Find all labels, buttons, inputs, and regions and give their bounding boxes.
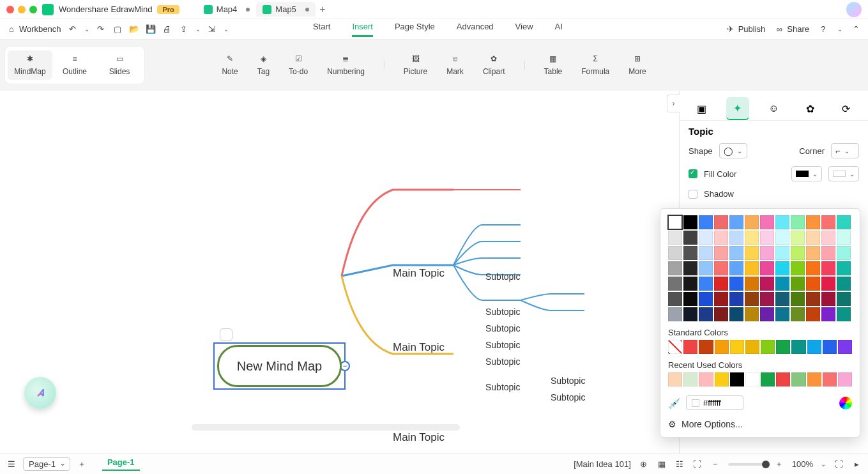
color-swatch[interactable] xyxy=(821,246,835,260)
color-swatch[interactable] xyxy=(699,307,713,321)
color-swatch[interactable] xyxy=(729,292,743,306)
color-swatch[interactable] xyxy=(683,277,697,291)
workbench-button[interactable]: ⌂ Workbench xyxy=(6,24,61,34)
color-swatch[interactable] xyxy=(683,372,697,386)
grid-icon[interactable]: ▦ xyxy=(657,459,667,470)
panel-tab-history[interactable]: ⟳ xyxy=(835,97,858,120)
main-topic-1[interactable]: Main Topic xyxy=(393,267,445,280)
color-swatch[interactable] xyxy=(668,340,682,354)
color-swatch[interactable] xyxy=(806,261,820,275)
color-swatch[interactable] xyxy=(837,307,851,321)
color-swatch[interactable] xyxy=(745,277,759,291)
share-dropdown[interactable]: ⌄ xyxy=(224,26,229,33)
user-avatar[interactable] xyxy=(846,2,862,17)
color-swatch[interactable] xyxy=(791,292,805,306)
color-swatch[interactable] xyxy=(745,261,759,275)
shadow-checkbox[interactable] xyxy=(689,190,697,199)
menu-advanced[interactable]: Advanced xyxy=(457,22,494,37)
subtopic[interactable]: Subtopic xyxy=(485,307,520,317)
color-swatch[interactable] xyxy=(668,372,682,386)
close-window-icon[interactable] xyxy=(6,6,14,13)
color-swatch[interactable] xyxy=(683,215,697,229)
insert-todo[interactable]: ☑To-do xyxy=(289,54,308,76)
insert-tag[interactable]: ◈Tag xyxy=(257,54,270,76)
color-swatch[interactable] xyxy=(729,231,743,245)
tab-map4[interactable]: Map4 xyxy=(197,2,257,17)
color-swatch[interactable] xyxy=(683,307,697,321)
color-swatch[interactable] xyxy=(806,277,820,291)
color-swatch[interactable] xyxy=(806,246,820,260)
color-swatch[interactable] xyxy=(699,372,713,386)
color-swatch[interactable] xyxy=(699,231,713,245)
insert-formula[interactable]: ΣFormula xyxy=(581,54,609,76)
color-swatch[interactable] xyxy=(761,340,775,354)
color-swatch[interactable] xyxy=(821,215,835,229)
help-dropdown[interactable]: ⌄ xyxy=(837,26,842,33)
more-options-button[interactable]: ⚙ More Options... xyxy=(668,419,852,429)
color-swatch[interactable] xyxy=(837,261,851,275)
color-swatch[interactable] xyxy=(823,340,837,354)
undo-icon[interactable]: ↶ xyxy=(68,24,78,34)
open-icon[interactable]: 📂 xyxy=(129,24,139,34)
color-swatch[interactable] xyxy=(668,277,682,291)
color-swatch[interactable] xyxy=(714,246,728,260)
share-button[interactable]: ∞Share xyxy=(774,24,809,34)
subtopic[interactable]: Subtopic xyxy=(551,376,585,386)
minimize-window-icon[interactable] xyxy=(18,6,26,13)
color-swatch[interactable] xyxy=(837,277,851,291)
color-swatch[interactable] xyxy=(775,246,789,260)
panel-collapse-button[interactable]: › xyxy=(667,95,680,112)
color-swatch[interactable] xyxy=(821,231,835,245)
color-swatch[interactable] xyxy=(760,261,774,275)
main-topic-3[interactable]: Main Topic xyxy=(393,431,445,444)
color-swatch[interactable] xyxy=(745,215,759,229)
color-swatch[interactable] xyxy=(775,215,789,229)
color-swatch[interactable] xyxy=(699,292,713,306)
undo-dropdown[interactable]: ⌄ xyxy=(84,26,89,33)
color-swatch[interactable] xyxy=(668,261,682,275)
insert-more[interactable]: ⊞More xyxy=(628,54,646,76)
share-icon[interactable]: ⇲ xyxy=(207,24,217,34)
collapse-ribbon-icon[interactable]: ⌃ xyxy=(851,24,862,34)
color-swatch[interactable] xyxy=(760,246,774,260)
subtopic[interactable]: Subtopic xyxy=(485,356,520,367)
color-swatch[interactable] xyxy=(761,372,775,386)
color-swatch[interactable] xyxy=(745,246,759,260)
insert-numbering[interactable]: ≣Numbering xyxy=(327,54,365,76)
color-swatch[interactable] xyxy=(699,246,713,260)
color-swatch[interactable] xyxy=(807,372,821,386)
color-swatch[interactable] xyxy=(683,261,697,275)
help-icon[interactable]: ? xyxy=(818,24,828,34)
color-swatch[interactable] xyxy=(715,340,729,354)
color-swatch[interactable] xyxy=(775,292,789,306)
eyedropper-icon[interactable]: 💉 xyxy=(668,397,680,409)
menu-view[interactable]: View xyxy=(515,22,533,37)
color-swatch[interactable] xyxy=(729,215,743,229)
panel-tab-style[interactable]: ✦ xyxy=(726,97,749,120)
root-node[interactable]: New Mind Map xyxy=(217,345,342,387)
color-swatch[interactable] xyxy=(699,215,713,229)
color-swatch[interactable] xyxy=(699,261,713,275)
color-swatch[interactable] xyxy=(714,231,728,245)
insert-table[interactable]: ▦Table xyxy=(544,54,563,76)
color-swatch[interactable] xyxy=(729,246,743,260)
zoom-in-button[interactable]: + xyxy=(774,459,784,470)
fill-secondary-dropdown[interactable]: ⌄ xyxy=(828,166,859,181)
color-swatch[interactable] xyxy=(683,340,697,354)
color-swatch[interactable] xyxy=(683,292,697,306)
color-swatch[interactable] xyxy=(714,292,728,306)
color-swatch[interactable] xyxy=(791,277,805,291)
color-swatch[interactable] xyxy=(791,215,805,229)
color-swatch[interactable] xyxy=(745,307,759,321)
subtopic[interactable]: Subtopic xyxy=(551,392,585,402)
active-page-tab[interactable]: Page-1 xyxy=(102,457,140,471)
color-swatch[interactable] xyxy=(821,261,835,275)
insert-note[interactable]: ✎Note xyxy=(222,54,238,76)
maximize-window-icon[interactable] xyxy=(29,6,37,13)
view-slides[interactable]: ▭ Slides xyxy=(97,50,142,80)
color-swatch[interactable] xyxy=(745,292,759,306)
color-swatch[interactable] xyxy=(838,340,852,354)
color-swatch[interactable] xyxy=(668,215,682,229)
color-swatch[interactable] xyxy=(821,277,835,291)
export-icon[interactable]: ⇪ xyxy=(179,24,189,34)
